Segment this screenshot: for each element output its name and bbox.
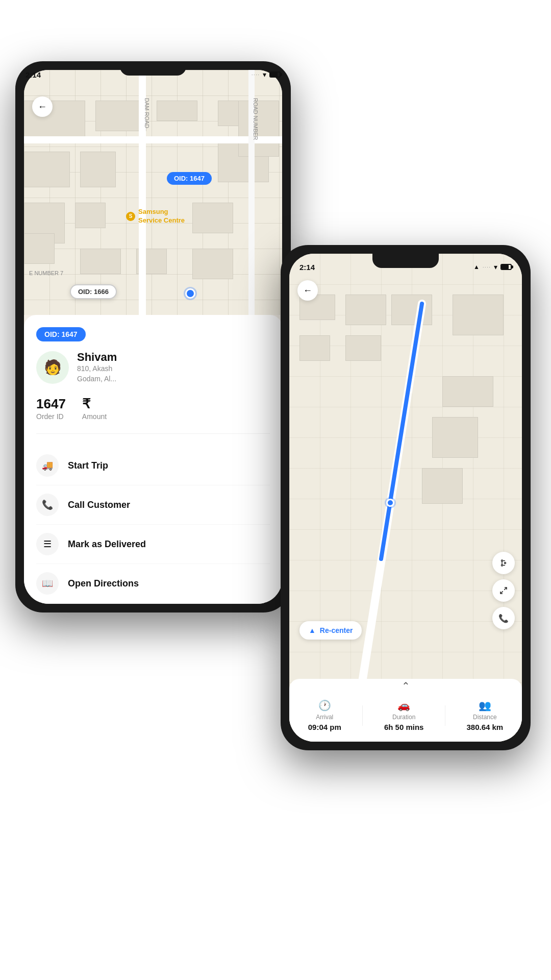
action-mark-delivered[interactable]: ☰ Mark as Delivered: [36, 525, 270, 564]
road-horizontal: [24, 136, 282, 143]
samsung-dot: S: [126, 212, 135, 221]
phone-front: 2:14 ▲ ···· ▾: [281, 245, 531, 750]
customer-row: 🧑 Shivam 810, AkashGodam, Al...: [36, 351, 270, 384]
customer-name: Shivam: [77, 351, 117, 364]
avatar-back: 🧑: [36, 351, 69, 384]
phone-back-screen: 2:14 ···· ▾ ←: [24, 70, 282, 604]
back-button-front[interactable]: ←: [297, 280, 318, 301]
map-back: ← DAM ROAD ROAD NUMBER E NUMBER: [24, 70, 282, 315]
svg-point-4: [502, 565, 503, 566]
action-list: 🚚 Start Trip 📞 Call Customer ☰ Mark as D…: [36, 446, 270, 603]
map-block-f: [345, 335, 381, 361]
battery-front: [500, 264, 512, 270]
nav-icon-front: ▲: [473, 263, 480, 271]
back-button-back[interactable]: ←: [32, 96, 53, 117]
call-button-front[interactable]: 📞: [492, 607, 515, 629]
order-id-label: Order ID: [36, 412, 64, 421]
wifi-icon-back: ▾: [263, 70, 266, 79]
amount-item: ₹ Amount: [82, 396, 107, 421]
location-dot-front: [386, 499, 394, 507]
map-block-f: [432, 417, 478, 458]
arrival-value: 09:04 pm: [308, 723, 341, 731]
distance-label: Distance: [473, 714, 497, 721]
map-block-f: [422, 468, 463, 504]
map-block: [192, 203, 233, 233]
action-open-directions[interactable]: 📖 Open Directions: [36, 564, 270, 603]
order-id-value: 1647: [36, 396, 66, 412]
samsung-label: S SamsungService Centre: [126, 208, 185, 225]
wifi-front: ▾: [494, 263, 497, 271]
bottom-sheet-front: ⌃ 🕐 Arrival 09:04 pm 🚗 Duration 6h 50 mi…: [289, 679, 522, 742]
recenter-label: Re-center: [320, 626, 353, 634]
recenter-button[interactable]: ▲ Re-center: [299, 621, 362, 640]
route-options-button[interactable]: [492, 552, 515, 574]
directions-label: Open Directions: [68, 578, 139, 589]
svg-line-1: [381, 304, 422, 559]
customer-info: Shivam 810, AkashGodam, Al...: [77, 351, 117, 384]
distance-value: 380.64 km: [466, 723, 503, 731]
distance-icon: 👥: [479, 699, 491, 712]
directions-icon: 📖: [36, 572, 59, 595]
time-front: 2:14: [299, 263, 315, 272]
action-start-trip[interactable]: 🚚 Start Trip: [36, 446, 270, 485]
delivered-icon: ☰: [36, 533, 59, 555]
duration-label: Duration: [392, 714, 415, 721]
start-trip-label: Start Trip: [68, 460, 108, 471]
svg-point-2: [502, 560, 503, 561]
customer-address: 810, AkashGodam, Al...: [77, 364, 117, 384]
map-front: ← ▲ Re-center: [289, 254, 522, 742]
chevron-up-icon[interactable]: ⌃: [289, 679, 522, 695]
action-call-customer[interactable]: 📞 Call Customer: [36, 485, 270, 525]
time-back: 2:14: [26, 70, 41, 79]
signal-front: ····: [483, 264, 491, 270]
location-dot-back: [185, 288, 195, 299]
status-bar-back: 2:14 ···· ▾: [24, 70, 282, 84]
duration-car-icon: 🚗: [397, 699, 410, 712]
divider-2: [445, 705, 445, 726]
phone-front-screen: 2:14 ▲ ···· ▾: [289, 254, 522, 742]
fullscreen-button[interactable]: [492, 579, 515, 602]
svg-line-0: [361, 304, 422, 692]
bottom-card-back: OID: 1647 🧑 Shivam 810, AkashGodam, Al..…: [24, 315, 282, 604]
call-label: Call Customer: [68, 500, 130, 510]
order-meta: 1647 Order ID ₹ Amount: [36, 396, 270, 434]
stat-duration: 🚗 Duration 6h 50 mins: [384, 699, 424, 731]
label-e-number: E NUMBER 7: [29, 270, 63, 276]
start-trip-icon: 🚚: [36, 454, 59, 477]
map-block: [24, 152, 70, 187]
map-block-f: [299, 335, 330, 361]
phone-back: 2:14 ···· ▾ ←: [15, 61, 291, 612]
map-pin-1647-back: OID: 1647: [167, 172, 212, 185]
map-block-f: [345, 295, 386, 325]
trip-stats: 🕐 Arrival 09:04 pm 🚗 Duration 6h 50 mins…: [289, 695, 522, 733]
stat-distance: 👥 Distance 380.64 km: [466, 699, 503, 731]
road-label-num: ROAD NUMBER: [253, 98, 259, 140]
map-block: [80, 152, 116, 187]
arrival-clock-icon: 🕐: [318, 699, 331, 712]
oid-badge-back: OID: 1647: [36, 327, 86, 341]
map-pin-1666: OID: 1666: [70, 284, 117, 299]
stat-arrival: 🕐 Arrival 09:04 pm: [308, 699, 341, 731]
order-id-item: 1647 Order ID: [36, 396, 66, 421]
delivered-label: Mark as Delivered: [68, 539, 146, 550]
samsung-text: SamsungService Centre: [138, 208, 185, 225]
amount-value: ₹: [82, 396, 107, 412]
svg-point-3: [505, 562, 506, 564]
map-block-f: [453, 295, 504, 335]
map-block: [192, 249, 233, 279]
map-block: [75, 203, 106, 228]
map-block: [80, 249, 121, 274]
status-bar-front: 2:14 ▲ ···· ▾: [289, 254, 522, 276]
road-label-dam: DAM ROAD: [144, 98, 150, 128]
call-icon: 📞: [36, 494, 59, 516]
amount-label: Amount: [82, 412, 107, 421]
map-block-f: [442, 376, 493, 407]
map-block: [157, 101, 197, 121]
map-block: [24, 233, 55, 264]
side-buttons: 📞: [492, 552, 515, 629]
battery-back: [269, 71, 281, 78]
divider-1: [362, 705, 363, 726]
arrival-label: Arrival: [316, 714, 333, 721]
signal-dots-back: ····: [252, 71, 260, 78]
duration-value: 6h 50 mins: [384, 723, 424, 731]
